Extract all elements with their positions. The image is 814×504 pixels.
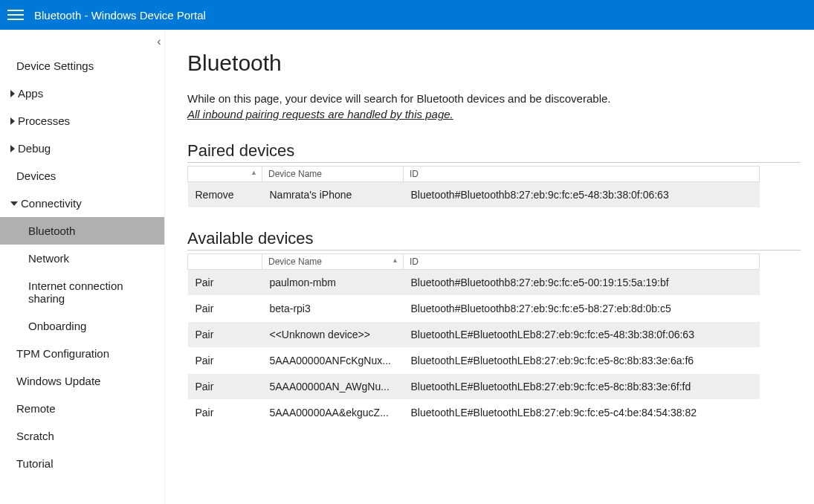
col-device-name[interactable]: Device Name <box>262 167 404 182</box>
device-id-cell: Bluetooth#Bluetoothb8:27:eb:9c:fc:e5-00:… <box>404 270 760 296</box>
sidebar-item-label: Connectivity <box>21 197 82 210</box>
app-title: Bluetooth - Windows Device Portal <box>34 9 206 22</box>
device-id-cell: BluetoothLE#BluetoothLEb8:27:eb:9c:fc:e5… <box>404 348 760 374</box>
pair-button[interactable]: Pair <box>196 407 214 419</box>
sidebar-item-label: Apps <box>18 87 43 100</box>
caret-right-icon <box>10 145 15 152</box>
device-name-cell: paulmon-mbm <box>262 270 404 296</box>
device-id-cell: BluetoothLE#BluetoothLEb8:27:eb:9c:fc:e5… <box>404 322 760 348</box>
sidebar-item-label: Devices <box>16 169 56 182</box>
sidebar-item-label: Debug <box>18 142 51 155</box>
device-id-cell: BluetoothLE#BluetoothLEb8:27:eb:9c:fc:e5… <box>404 400 760 426</box>
pair-button[interactable]: Pair <box>196 355 214 366</box>
col-device-name[interactable]: Device Name▲ <box>262 254 404 270</box>
sidebar-item-label: Bluetooth <box>28 224 75 237</box>
device-name-cell: Namrata's iPhone <box>262 182 404 208</box>
device-name-cell: <<Unknown device>> <box>262 322 404 348</box>
sidebar-item-tpm-configuration[interactable]: TPM Configuration <box>0 340 164 367</box>
sidebar-item-label: Scratch <box>16 430 54 442</box>
menu-icon[interactable] <box>7 7 24 23</box>
paired-devices-heading: Paired devices <box>187 141 801 163</box>
main-content: Bluetooth While on this page, your devic… <box>165 30 814 504</box>
table-row: Pairpaulmon-mbmBluetooth#Bluetoothb8:27:… <box>188 270 760 296</box>
sidebar-item-network[interactable]: Network <box>0 245 164 272</box>
device-id-cell: Bluetooth#Bluetoothb8:27:eb:9c:fc:e5-48:… <box>404 182 760 208</box>
table-row: Pair5AAA00000AA&ekgucZ...BluetoothLE#Blu… <box>188 400 760 426</box>
sort-icon: ▲ <box>251 169 257 176</box>
sidebar-item-label: Tutorial <box>16 457 53 470</box>
layout: ‹ Device Settings Apps Processes Debug D… <box>0 30 814 504</box>
sidebar-item-tutorial[interactable]: Tutorial <box>0 450 164 477</box>
page-description-line1: While on this page, your device will sea… <box>187 92 801 105</box>
sidebar-item-remote[interactable]: Remote <box>0 395 164 422</box>
pair-button[interactable]: Pair <box>196 329 214 340</box>
caret-right-icon <box>10 117 15 125</box>
collapse-sidebar-icon[interactable]: ‹ <box>152 36 166 49</box>
sidebar-item-processes[interactable]: Processes <box>0 107 164 135</box>
sidebar: ‹ Device Settings Apps Processes Debug D… <box>0 30 165 504</box>
sidebar-item-apps[interactable]: Apps <box>0 80 164 107</box>
sidebar-item-label: Processes <box>18 114 70 127</box>
caret-down-icon <box>10 201 18 206</box>
sidebar-item-label: Internet connection sharing <box>28 280 154 305</box>
sidebar-item-device-settings[interactable]: Device Settings <box>0 52 164 80</box>
top-bar: Bluetooth - Windows Device Portal <box>0 0 814 30</box>
sidebar-item-windows-update[interactable]: Windows Update <box>0 367 164 395</box>
col-action[interactable]: ▲ <box>188 167 262 182</box>
sidebar-item-label: TPM Configuration <box>16 347 109 360</box>
sidebar-item-connectivity[interactable]: Connectivity <box>0 190 164 217</box>
sort-icon: ▲ <box>392 256 398 264</box>
sidebar-item-label: Device Settings <box>16 59 94 72</box>
col-action[interactable] <box>188 254 262 270</box>
sidebar-item-label: Remote <box>16 402 56 415</box>
table-row: Pair5AAA00000ANFcKgNux...BluetoothLE#Blu… <box>188 348 760 374</box>
table-row: Pair5AAA00000AN_AWgNu...BluetoothLE#Blue… <box>188 374 760 400</box>
table-row: Pair<<Unknown device>>BluetoothLE#Blueto… <box>188 322 760 348</box>
device-name-cell: 5AAA00000AA&ekgucZ... <box>262 400 404 426</box>
page-title: Bluetooth <box>187 51 801 76</box>
sidebar-item-onboarding[interactable]: Onboarding <box>0 312 164 340</box>
sidebar-item-label: Onboarding <box>28 320 86 332</box>
device-name-cell: 5AAA00000ANFcKgNux... <box>262 348 404 374</box>
device-name-cell: 5AAA00000AN_AWgNu... <box>262 374 404 400</box>
sidebar-item-devices[interactable]: Devices <box>0 162 164 190</box>
available-devices-heading: Available devices <box>187 229 801 251</box>
caret-right-icon <box>10 90 15 97</box>
sidebar-item-debug[interactable]: Debug <box>0 135 164 162</box>
table-row: Pairbeta-rpi3Bluetooth#Bluetoothb8:27:eb… <box>188 296 760 322</box>
sidebar-item-label: Network <box>28 252 69 265</box>
table-row: RemoveNamrata's iPhoneBluetooth#Bluetoot… <box>188 182 760 208</box>
device-id-cell: BluetoothLE#BluetoothLEb8:27:eb:9c:fc:e5… <box>404 374 760 400</box>
sidebar-item-bluetooth[interactable]: Bluetooth <box>0 217 164 245</box>
sidebar-item-label: Windows Update <box>16 375 100 387</box>
page-description-line2: All inbound pairing requests are handled… <box>187 108 453 120</box>
sidebar-item-scratch[interactable]: Scratch <box>0 422 164 450</box>
pair-button[interactable]: Pair <box>196 381 214 392</box>
col-id[interactable]: ID <box>404 254 760 270</box>
device-name-cell: beta-rpi3 <box>262 296 404 322</box>
pair-button[interactable]: Pair <box>196 303 214 314</box>
col-id[interactable]: ID <box>404 167 760 182</box>
sidebar-item-internet-connection-sharing[interactable]: Internet connection sharing <box>0 272 164 312</box>
paired-devices-table: ▲ Device Name ID RemoveNamrata's iPhoneB… <box>187 166 760 208</box>
device-id-cell: Bluetooth#Bluetoothb8:27:eb:9c:fc:e5-b8:… <box>404 296 760 322</box>
pair-button[interactable]: Pair <box>196 277 214 288</box>
remove-button[interactable]: Remove <box>196 189 234 201</box>
available-devices-table: Device Name▲ ID Pairpaulmon-mbmBluetooth… <box>187 253 760 426</box>
